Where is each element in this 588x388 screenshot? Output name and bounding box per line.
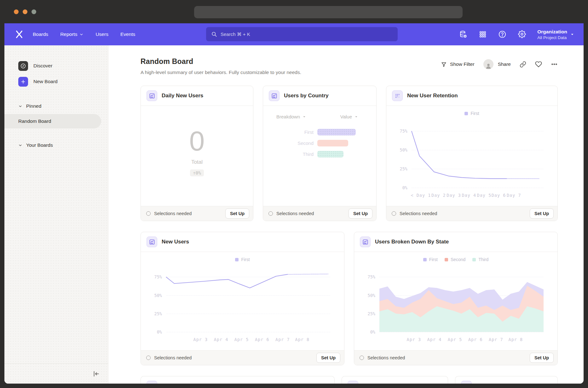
org-name: Organization — [537, 29, 567, 35]
x-axis-label: Apr 5 — [448, 337, 462, 342]
nav-item-boards[interactable]: Boards — [33, 31, 48, 37]
legend-label: First — [241, 257, 250, 262]
org-project: All Project Data — [537, 35, 567, 40]
sidebar-item-label: Discover — [33, 63, 52, 69]
metric-delta-badge: ↑0% — [190, 169, 204, 176]
show-filter-button[interactable]: Show Filter — [441, 61, 475, 67]
status-circle-icon — [146, 356, 151, 360]
chart-plot: 75%50%25%0%Apr 3Apr 4Apr 5Apr 6Apr 7Apr … — [379, 270, 544, 332]
collapse-sidebar-icon[interactable] — [92, 370, 100, 378]
set-up-button[interactable]: Set Up — [225, 208, 249, 219]
chart-plot: 75%50%25%0%< Day 1Day 2Day 3Day 4Day 5Da… — [412, 123, 544, 188]
sidebar-section-pinned[interactable]: Pinned — [4, 101, 108, 111]
nav-item-label: Boards — [33, 31, 48, 37]
copy-link-icon[interactable] — [520, 61, 526, 68]
legend-label: Third — [478, 257, 488, 262]
nav-item-label: Events — [120, 31, 135, 37]
share-button[interactable]: Share — [483, 59, 511, 69]
nav-item-events[interactable]: Events — [120, 31, 135, 37]
sidebar-item-random-board[interactable]: Random Board — [4, 114, 101, 128]
favorite-heart-icon[interactable] — [535, 61, 542, 68]
retention-chart-icon — [392, 90, 403, 101]
sidebar-section-your-boards[interactable]: Your Boards — [4, 140, 108, 150]
card-new-user-retention: New User Retention First75%50%25%0%< Day… — [386, 86, 558, 221]
address-bar[interactable] — [194, 6, 463, 18]
search-placeholder: Search ⌘ + K — [221, 31, 250, 37]
sidebar-item-label: New Board — [33, 79, 58, 84]
value-dropdown[interactable]: Value — [340, 114, 358, 119]
traffic-lights — [14, 9, 36, 14]
x-axis-label: Apr 8 — [509, 337, 523, 342]
compass-icon — [18, 61, 28, 71]
y-axis-label: 25% — [400, 166, 407, 171]
nav-item-label: Users — [95, 31, 108, 37]
dropdown-label: Value — [340, 114, 352, 119]
breakdown-dropdown[interactable]: Breakdown — [276, 114, 306, 119]
page-subtitle: A high-level summary of user behaviors. … — [141, 70, 301, 75]
chart-legend: First — [386, 111, 557, 116]
card-title: Stacked Line Graph — [162, 383, 212, 384]
status-text: Selections needed — [367, 355, 530, 360]
chevron-down-icon — [355, 115, 358, 118]
card-daily-new-users: Daily New Users 0 Total ↑0% Selections n… — [141, 86, 253, 221]
mixpanel-logo-icon[interactable] — [14, 29, 25, 40]
nav-item-users[interactable]: Users — [95, 31, 108, 37]
y-axis-label: 25% — [368, 311, 375, 316]
apps-grid-icon[interactable] — [479, 30, 487, 38]
x-axis-label: Day 2 — [431, 193, 446, 198]
set-up-button[interactable]: Set Up — [530, 353, 554, 363]
set-up-button[interactable]: Set Up — [349, 208, 372, 219]
minimize-button[interactable] — [23, 9, 27, 14]
share-label: Share — [498, 61, 511, 67]
status-circle-icon — [146, 211, 151, 216]
x-axis-label: Apr 3 — [193, 337, 208, 342]
chart-legend: FirstSecondThird — [354, 257, 557, 262]
app-window: Boards Reports Users Events Search ⌘ + K — [4, 23, 584, 384]
status-text: Selections needed — [154, 211, 225, 216]
help-icon[interactable] — [498, 30, 506, 38]
card-new-users: New Users First75%50%25%0%Apr 3Apr 4Apr … — [141, 232, 344, 365]
card-title: Insights Report — [363, 383, 402, 384]
card-title: Users by Country — [284, 93, 329, 99]
bar-category-label: First — [276, 129, 314, 135]
chart-icon — [147, 381, 157, 384]
y-axis-label: 50% — [368, 293, 375, 298]
card-title: Daily New Users — [162, 93, 203, 99]
set-up-button[interactable]: Set Up — [530, 208, 554, 219]
y-axis-label: 0% — [370, 329, 375, 334]
status-circle-icon — [360, 356, 364, 360]
data-management-icon[interactable] — [459, 30, 467, 38]
status-circle-icon — [268, 211, 273, 216]
search-input[interactable]: Search ⌘ + K — [206, 27, 398, 41]
settings-gear-icon[interactable] — [518, 30, 526, 38]
chart-icon — [147, 90, 157, 101]
status-text: Selections needed — [154, 355, 316, 360]
more-options-icon[interactable] — [551, 61, 558, 68]
legend-swatch-icon — [423, 258, 427, 261]
plus-icon — [18, 77, 28, 87]
nav-right-cluster: Organization All Project Data — [459, 29, 574, 40]
sidebar-item-label: Random Board — [18, 118, 51, 124]
nav-item-reports[interactable]: Reports — [60, 31, 84, 37]
legend-label: First — [429, 257, 438, 262]
card-active-users: Active Users — [455, 376, 558, 384]
legend-item: First — [423, 257, 438, 262]
sidebar-item-new-board[interactable]: New Board — [4, 74, 108, 89]
chart-icon — [147, 237, 157, 247]
show-filter-label: Show Filter — [450, 61, 475, 67]
card-footer: Selections needed Set Up — [386, 206, 557, 221]
org-selector[interactable]: Organization All Project Data — [537, 29, 574, 40]
top-nav: Boards Reports Users Events Search ⌘ + K — [4, 23, 584, 45]
dropdown-label: Breakdown — [276, 114, 300, 119]
x-axis-label: Apr 4 — [214, 337, 228, 342]
set-up-button[interactable]: Set Up — [316, 353, 340, 363]
zoom-button[interactable] — [32, 9, 36, 14]
x-axis-label: Apr 5 — [234, 337, 249, 342]
status-circle-icon — [392, 211, 396, 216]
legend-swatch-icon — [445, 258, 448, 261]
chart-plot: 75%50%25%0%Apr 3Apr 4Apr 5Apr 6Apr 7Apr … — [166, 270, 330, 332]
chart-icon — [348, 381, 358, 384]
close-button[interactable] — [14, 9, 19, 14]
sidebar-item-discover[interactable]: Discover — [4, 58, 108, 74]
filter-funnel-icon — [441, 61, 447, 67]
